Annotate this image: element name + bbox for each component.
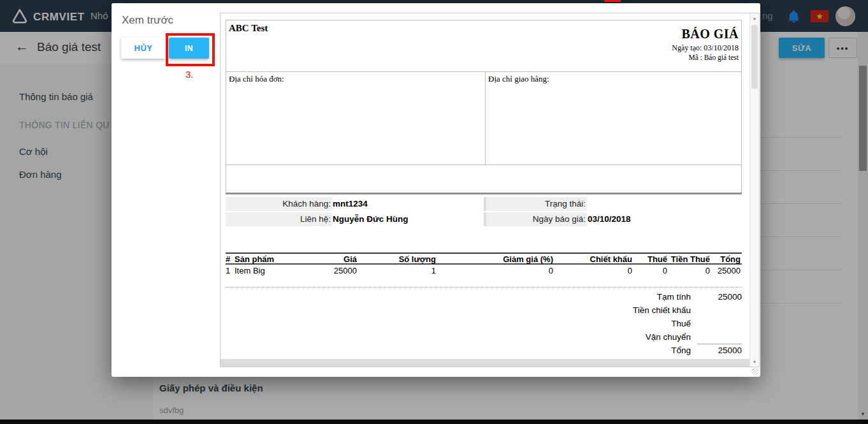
print-preview-modal: Xem trước HỦY IN 3. ABC Test BÁO GIÁ Ngà… <box>112 3 760 377</box>
tax-total-label: Thuế <box>570 318 697 331</box>
subtotal-label: Tạm tính <box>570 291 697 304</box>
created-date: Ngày tạo: 03/10/2018 <box>672 43 739 53</box>
col-total: Tổng <box>710 254 741 263</box>
cell-product: Item Big <box>235 265 319 277</box>
discount-total-label: Tiền chiết khấu <box>570 304 697 318</box>
billing-address-label: Địa chỉ hóa đơn: <box>229 74 284 84</box>
quote-date-value: 03/10/2018 <box>587 212 739 226</box>
cell-tax-amount: 0 <box>667 265 710 277</box>
col-tax: Thuế <box>632 254 667 263</box>
items-table-row: 1 Item Big 25000 1 0 0 0 0 25000 <box>226 265 742 277</box>
scroll-down-icon[interactable]: ▼ <box>750 360 759 364</box>
col-discount-percent: Giảm giá (%) <box>436 254 553 263</box>
customer-value: mnt1234 <box>332 197 484 211</box>
shipping-address-label: Địa chỉ giao hàng: <box>488 74 549 84</box>
subtotal-value: 25000 <box>697 291 742 304</box>
customer-info-section: Khách hàng: mnt1234 Trạng thái: Liên hệ:… <box>226 193 742 247</box>
grand-total-label: Tổng <box>570 344 697 358</box>
cell-discount: 0 <box>553 265 632 277</box>
cancel-button[interactable]: HỦY <box>121 38 166 59</box>
shipping-address-box: Địa chỉ giao hàng: <box>486 72 742 165</box>
contact-label: Liên hệ: <box>226 212 332 226</box>
discount-total-value <box>697 304 742 318</box>
quote-date-label: Ngày báo giá: <box>486 212 587 226</box>
preview-scrollbar[interactable]: ▲ ▼ <box>749 13 759 367</box>
grand-total-value: 25000 <box>697 344 742 358</box>
shipping-label: Vận chuyển <box>570 331 697 344</box>
cell-index: 1 <box>226 265 235 277</box>
company-name: ABC Test <box>229 23 268 34</box>
document-spacer-row <box>226 165 742 193</box>
col-discount: Chiết khấu <box>553 254 632 263</box>
cell-price: 25000 <box>319 265 357 277</box>
preview-scrollbar-thumb[interactable] <box>751 25 758 89</box>
annotation-step-number: 3. <box>185 69 194 80</box>
cell-total: 25000 <box>710 265 741 277</box>
modal-title: Xem trước <box>122 14 173 27</box>
document-code: Mã : Báo giá test <box>672 54 739 61</box>
app-window: CRMVIET Nhó ng ★ ← Báo giá test SỬA ••• … <box>0 0 868 424</box>
annotation-fragment <box>604 0 621 2</box>
document-preview-pane[interactable]: ABC Test BÁO GIÁ Ngày tạo: 03/10/2018 Mã… <box>220 13 760 367</box>
quote-document: ABC Test BÁO GIÁ Ngày tạo: 03/10/2018 Mã… <box>226 20 742 358</box>
items-table-header: # Sản phẩm Giá Số lượng Giảm giá (%) Chi… <box>226 252 742 265</box>
col-quantity: Số lượng <box>357 254 436 263</box>
customer-label: Khách hàng: <box>226 197 332 211</box>
col-price: Giá <box>319 254 357 263</box>
divider <box>226 277 742 288</box>
cell-discount-percent: 0 <box>436 265 553 277</box>
totals-section: Tạm tính 25000 Tiền chiết khấu Thuế <box>226 291 742 358</box>
cell-quantity: 1 <box>357 265 436 277</box>
col-product: Sản phẩm <box>235 254 319 263</box>
scroll-up-icon[interactable]: ▲ <box>750 16 759 20</box>
status-value <box>587 197 739 211</box>
col-index: # <box>226 254 235 263</box>
status-label: Trạng thái: <box>486 197 587 211</box>
preview-horizontal-scrollbar[interactable] <box>221 359 750 367</box>
items-table: # Sản phẩm Giá Số lượng Giảm giá (%) Chi… <box>226 252 742 288</box>
modal-resize-handle[interactable] <box>752 369 758 375</box>
document-header-box: ABC Test BÁO GIÁ Ngày tạo: 03/10/2018 Mã… <box>226 20 742 72</box>
billing-address-box: Địa chỉ hóa đơn: <box>226 72 486 165</box>
annotation-highlight-box <box>166 33 215 66</box>
cell-tax: 0 <box>632 265 667 277</box>
shipping-value <box>697 331 742 344</box>
document-title: BÁO GIÁ <box>672 27 739 41</box>
tax-total-value <box>697 318 742 331</box>
col-tax-amount: Tiền Thuế <box>667 254 710 263</box>
contact-value: Nguyễn Đức Hùng <box>332 212 484 226</box>
